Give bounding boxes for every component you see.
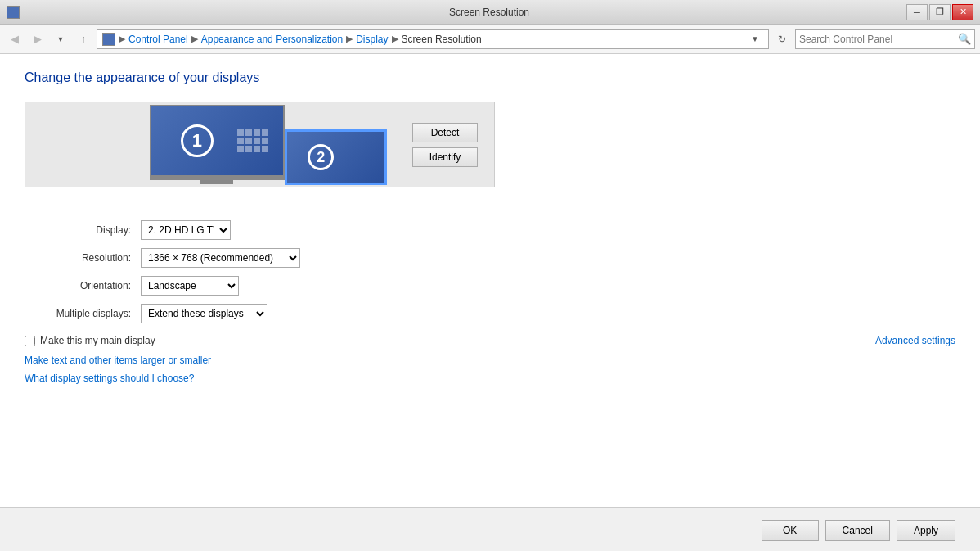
monitor-1-number: 1 [181,124,214,157]
orientation-label: Orientation: [25,280,131,291]
link-row-2: What display settings should I choose? [25,373,955,384]
link-row-1: Make text and other items larger or smal… [25,355,955,366]
monitor-1-icon [237,129,268,152]
main-display-row: Make this my main display Advanced setti… [25,335,955,346]
search-input[interactable] [799,34,958,45]
window-title: Screen Resolution [72,7,906,18]
detect-identify-buttons: Detect Identify [412,123,478,167]
title-bar: Screen Resolution ─ ❐ ✕ [0,0,980,25]
monitor-2[interactable]: 2 [285,121,387,184]
identify-button[interactable]: Identify [412,147,478,167]
breadcrumb-dropdown-button[interactable]: ▼ [747,30,763,48]
multiple-displays-select[interactable]: Extend these displays Duplicate these di… [141,304,267,323]
page-title: Change the appearance of your displays [25,70,955,85]
address-bar: ◀ ▶ ▼ ↑ ▶ Control Panel ▶ Appearance and… [0,25,980,54]
main-display-checkbox[interactable] [25,336,35,346]
monitor-2-number: 2 [308,144,334,170]
close-button[interactable]: ✕ [952,4,973,20]
search-icon[interactable]: 🔍 [958,33,971,45]
resolution-label: Resolution: [25,252,131,264]
breadcrumb: ▶ Control Panel ▶ Appearance and Persona… [97,29,769,49]
form-area: Display: 2. 2D HD LG TV Resolution: 1366… [25,220,955,384]
display-label: Display: [25,224,131,236]
orientation-row: Orientation: Landscape Portrait Landscap… [25,276,955,296]
forward-button[interactable]: ▶ [28,29,47,49]
breadcrumb-current: Screen Resolution [402,34,482,45]
dropdown-arrow-button[interactable]: ▼ [51,29,70,49]
main-content: Change the appearance of your displays 1 [0,54,980,507]
bottom-bar: OK Cancel Apply [0,508,980,551]
monitor-1[interactable]: 1 [150,105,285,184]
main-display-label: Make this my main display [40,335,155,346]
back-button[interactable]: ◀ [5,29,25,49]
up-button[interactable]: ↑ [74,29,93,49]
apply-button[interactable]: Apply [897,520,955,541]
multiple-displays-label: Multiple displays: [25,308,131,319]
cancel-button[interactable]: Cancel [825,520,890,541]
monitor-container: 1 2 [150,105,387,184]
display-row: Display: 2. 2D HD LG TV [25,220,955,240]
larger-smaller-link[interactable]: Make text and other items larger or smal… [25,355,211,366]
refresh-button[interactable]: ↻ [772,29,792,49]
ok-button[interactable]: OK [762,520,819,541]
window-controls: ─ ❐ ✕ [906,4,973,20]
breadcrumb-control-panel[interactable]: Control Panel [128,34,188,45]
detect-button[interactable]: Detect [412,123,478,142]
display-preview-area: 1 2 [25,102,495,187]
orientation-select[interactable]: Landscape Portrait Landscape (flipped) P… [141,276,239,296]
display-settings-link[interactable]: What display settings should I choose? [25,373,194,384]
multiple-displays-row: Multiple displays: Extend these displays… [25,304,955,323]
search-box: 🔍 [795,29,975,49]
resolution-row: Resolution: 1366 × 768 (Recommended) 128… [25,248,955,268]
minimize-button[interactable]: ─ [906,4,928,20]
breadcrumb-display[interactable]: Display [356,34,388,45]
display-select[interactable]: 2. 2D HD LG TV [141,220,231,240]
advanced-settings-link[interactable]: Advanced settings [875,335,955,346]
restore-button[interactable]: ❐ [929,4,951,20]
breadcrumb-appearance[interactable]: Appearance and Personalization [201,34,343,45]
resolution-select[interactable]: 1366 × 768 (Recommended) 1280 × 720 1024… [141,248,300,268]
